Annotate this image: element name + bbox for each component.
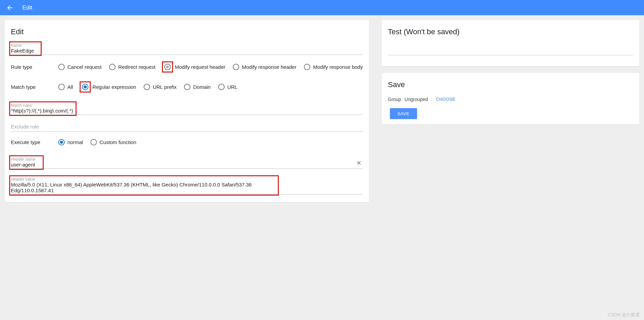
- match-type-option-url-prefix[interactable]: URL prefix: [144, 84, 176, 90]
- back-arrow-icon[interactable]: [6, 4, 14, 12]
- match-type-option-all[interactable]: All: [58, 84, 73, 90]
- rule-type-label: Rule type: [11, 64, 58, 70]
- close-icon[interactable]: ✕: [356, 159, 361, 167]
- execute-type-row: Execute type normal Custom function: [11, 139, 363, 145]
- header-name-display: user-agent: [11, 162, 35, 167]
- name-display: FakeEdge: [11, 48, 34, 54]
- match-rules-display: ^http(s?)://(.*).bing\.com/(.*): [11, 108, 73, 114]
- watermark: CSDN @久狼君: [608, 312, 640, 318]
- group-label: Group: [388, 97, 401, 102]
- group-value: Ungrouped: [404, 97, 428, 102]
- radio-icon: [164, 64, 171, 70]
- radio-icon: [233, 64, 239, 70]
- save-title: Save: [388, 80, 633, 89]
- radio-icon: [58, 64, 65, 70]
- header-value-label: Header value: [11, 177, 276, 182]
- match-type-option-regex[interactable]: Regular expression: [81, 82, 136, 92]
- radio-icon: [82, 84, 88, 90]
- match-type-option-url[interactable]: URL: [218, 84, 237, 90]
- radio-icon: [218, 84, 225, 90]
- radio-icon: [58, 84, 65, 90]
- save-button[interactable]: SAVE: [390, 108, 417, 119]
- choose-button[interactable]: CHOOSE: [436, 97, 455, 102]
- header-name-label: Header name: [11, 157, 41, 162]
- match-type-option-domain[interactable]: Domain: [184, 84, 211, 90]
- radio-icon: [144, 84, 150, 90]
- radio-icon: [304, 64, 310, 70]
- edit-card: Edit Name FakeEdge Rule type Cancel requ…: [5, 20, 369, 202]
- execute-type-label: Execute type: [11, 139, 58, 145]
- execute-type-option-custom[interactable]: Custom function: [90, 139, 136, 145]
- rule-type-option-redirect[interactable]: Redirect request: [109, 64, 155, 70]
- rule-type-option-cancel[interactable]: Cancel request: [58, 64, 102, 70]
- header-value-display: Mozilla/5.0 (X11; Linux x86_64) AppleWeb…: [11, 182, 252, 193]
- app-bar: Edit: [0, 0, 644, 15]
- test-card: Test (Won't be saved): [382, 20, 639, 66]
- execute-type-option-normal[interactable]: normal: [58, 139, 83, 145]
- edit-section-title: Edit: [11, 27, 363, 36]
- test-title: Test (Won't be saved): [388, 27, 633, 36]
- name-label: Name: [11, 43, 39, 48]
- save-card: Save Group Ungrouped CHOOSE SAVE: [382, 73, 639, 124]
- radio-icon: [58, 139, 65, 145]
- match-rules-label: Match rules: [11, 103, 72, 108]
- radio-icon: [184, 84, 190, 90]
- rule-type-row: Rule type Cancel request Redirect reques…: [11, 62, 363, 72]
- rule-type-option-modify-response-header[interactable]: Modify response header: [233, 64, 296, 70]
- rule-type-option-modify-request-header[interactable]: Modify request header: [163, 62, 225, 72]
- rule-type-option-modify-response-body[interactable]: Modify response body: [304, 64, 363, 70]
- radio-icon: [109, 64, 116, 70]
- test-input[interactable]: [388, 48, 633, 55]
- app-bar-title: Edit: [22, 4, 32, 11]
- match-type-row: Match type All Regular expression URL pr…: [11, 82, 363, 92]
- match-type-label: Match type: [11, 84, 58, 90]
- radio-icon: [90, 139, 97, 145]
- exclude-rule-input[interactable]: [11, 122, 363, 132]
